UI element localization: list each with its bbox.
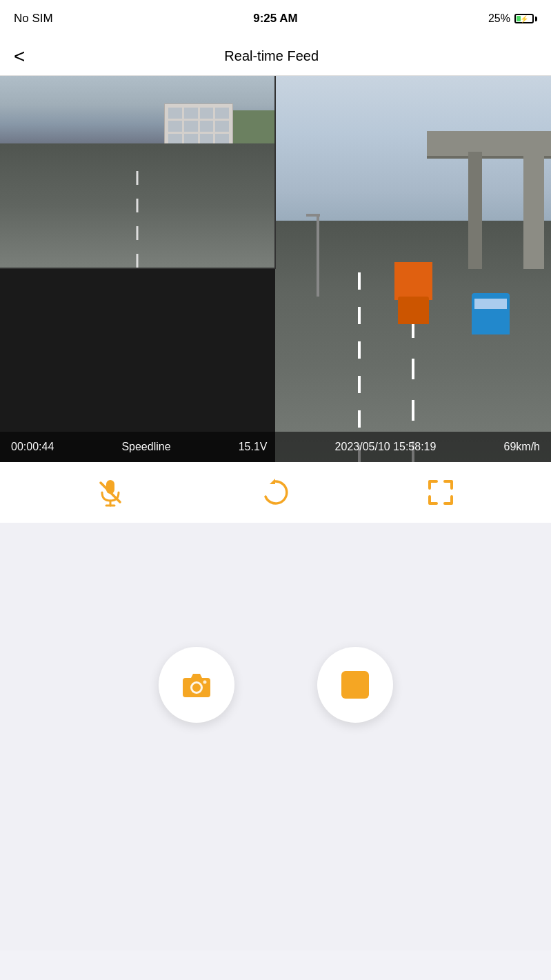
svg-point-7 [192, 683, 201, 692]
brand-name: Speedline [121, 441, 170, 453]
bus [472, 293, 510, 334]
svg-marker-4 [270, 479, 275, 484]
street-light [317, 214, 319, 297]
video-feed: 00:00:44 Speedline 15.1V 2023/05/10 15:5… [0, 76, 551, 462]
dashboard-overlay: 00:00:44 Speedline 15.1V 2023/05/10 15:5… [0, 432, 551, 462]
back-button[interactable]: < [14, 47, 25, 66]
sim-status: No SIM [14, 12, 53, 26]
refresh-button[interactable] [256, 473, 294, 512]
stop-icon [341, 671, 369, 699]
nav-bar: < Real-time Feed [0, 37, 551, 76]
speed-reading: 69km/h [504, 441, 540, 453]
camera-icon [180, 668, 213, 701]
recording-timer: 00:00:44 [11, 441, 54, 453]
refresh-icon [260, 477, 290, 508]
mute-mic-button[interactable] [91, 473, 130, 512]
status-time: 9:25 AM [253, 12, 298, 26]
take-photo-button[interactable] [159, 647, 234, 723]
status-bar: No SIM 9:25 AM 25% ⚡ [0, 0, 551, 37]
dashcam-scene: 00:00:44 Speedline 15.1V 2023/05/10 15:5… [0, 76, 551, 462]
page-title: Real-time Feed [25, 48, 518, 64]
stop-recording-button[interactable] [317, 647, 393, 723]
controls-bar [0, 462, 551, 523]
inset-road-bg [0, 76, 274, 268]
main-camera-view [275, 76, 551, 462]
fullscreen-button[interactable] [421, 473, 460, 512]
inset-camera-view [0, 76, 276, 269]
truck [391, 262, 436, 324]
charging-bolt: ⚡ [520, 15, 528, 23]
voltage-reading: 15.1V [239, 441, 268, 453]
action-buttons-row [159, 647, 393, 723]
fullscreen-icon [425, 477, 456, 508]
battery-icon: ⚡ [514, 14, 537, 23]
overpass [427, 131, 551, 269]
battery-percent: 25% [488, 12, 510, 25]
battery-indicator: 25% ⚡ [488, 12, 537, 25]
datetime-stamp: 2023/05/10 15:58:19 [335, 441, 437, 453]
svg-point-8 [203, 681, 206, 684]
bottom-section [0, 523, 551, 950]
mic-mute-icon [95, 477, 126, 508]
